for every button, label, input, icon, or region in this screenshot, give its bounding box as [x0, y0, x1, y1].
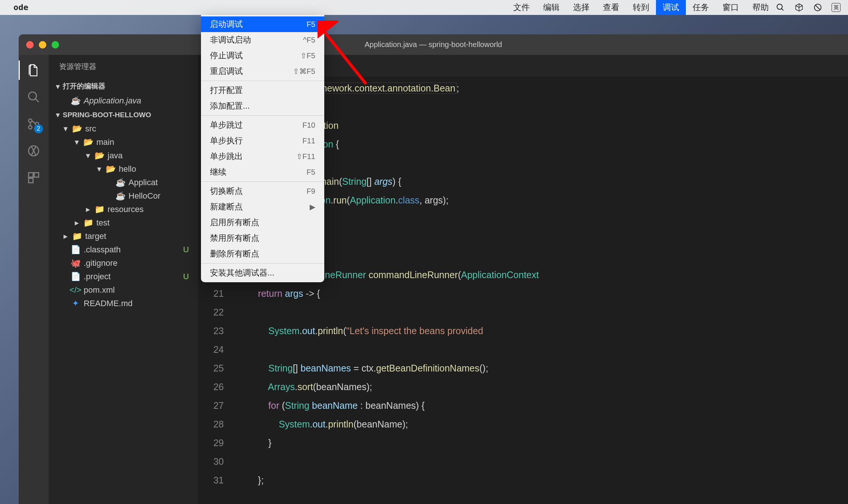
- menu-item-启动调试[interactable]: 启动调试F5: [201, 16, 324, 32]
- menu-item-停止调试[interactable]: 停止调试⇧F5: [201, 48, 324, 63]
- info-icon: ✦: [71, 299, 80, 308]
- vscode-window: Application.java — spring-boot-helloworl…: [19, 34, 848, 504]
- titlebar: Application.java — spring-boot-helloworl…: [19, 34, 848, 55]
- svg-point-7: [29, 119, 32, 122]
- search-icon[interactable]: [26, 89, 41, 105]
- spotlight-icon[interactable]: [776, 3, 785, 12]
- svg-point-0: [777, 4, 782, 9]
- menu-帮助[interactable]: 帮助: [746, 0, 776, 15]
- debug-menu-dropdown: 启动调试F5非调试启动^F5停止调试⇧F5重启调试⇧⌘F5打开配置添加配置...…: [201, 15, 324, 282]
- folder-icon: 📁: [72, 232, 81, 241]
- tree-application[interactable]: ☕Applicat: [49, 176, 198, 189]
- menu-item-禁用所有断点[interactable]: 禁用所有断点: [201, 230, 324, 246]
- input-icon[interactable]: 英: [832, 3, 841, 12]
- svg-rect-13: [29, 178, 33, 183]
- open-editors-section[interactable]: ▾打开的编辑器: [49, 78, 198, 94]
- menu-item-启用所有断点[interactable]: 启用所有断点: [201, 215, 324, 230]
- menu-item-重启调试[interactable]: 重启调试⇧⌘F5: [201, 63, 324, 79]
- open-editor-item[interactable]: ☕ Application.java: [49, 94, 198, 108]
- traffic-lights: [26, 41, 59, 49]
- svg-rect-11: [29, 173, 33, 177]
- extensions-icon[interactable]: [26, 170, 41, 186]
- java-icon: ☕: [71, 96, 80, 105]
- menu-app[interactable]: ode: [7, 0, 507, 15]
- cube-icon[interactable]: [794, 3, 804, 12]
- explorer-sidebar: 资源管理器 ▾打开的编辑器 ☕ Application.java ▾SPRING…: [49, 55, 198, 504]
- menu-编辑[interactable]: 编辑: [536, 0, 566, 15]
- menu-窗口[interactable]: 窗口: [716, 0, 746, 15]
- git-icon: 🐙: [71, 259, 80, 268]
- workspace-section[interactable]: ▾SPRING-BOOT-HELLOWO: [49, 108, 198, 122]
- java-icon: ☕: [116, 192, 125, 200]
- menu-item-单步执行[interactable]: 单步执行F11: [201, 133, 324, 149]
- file-icon: 📄: [71, 245, 80, 254]
- svg-line-6: [35, 99, 39, 102]
- tree-classpath[interactable]: 📄.classpathU: [49, 243, 198, 256]
- menu-item-单步跳过[interactable]: 单步跳过F10: [201, 117, 324, 133]
- menubar-right: 英: [776, 3, 848, 12]
- tree-hello[interactable]: ▾📂hello: [49, 162, 198, 176]
- circle-icon[interactable]: [813, 3, 823, 12]
- menu-item-新建断点[interactable]: 新建断点▶: [201, 199, 324, 215]
- menu-item-删除所有断点[interactable]: 删除所有断点: [201, 246, 324, 262]
- svg-point-8: [29, 126, 32, 129]
- code-body[interactable]: import org.springframework.context.annot…: [233, 77, 848, 504]
- folder-icon: 📁: [95, 205, 104, 214]
- svg-line-3: [815, 5, 820, 10]
- menu-选择[interactable]: 选择: [566, 0, 596, 15]
- folder-icon: 📁: [84, 218, 93, 227]
- tree-readme[interactable]: ✦README.md: [49, 297, 198, 310]
- menu-item-添加配置...[interactable]: 添加配置...: [201, 98, 324, 114]
- window-title: Application.java — spring-boot-helloworl…: [365, 40, 502, 49]
- explorer-icon[interactable]: [26, 62, 41, 78]
- folder-icon: 📂: [95, 151, 104, 160]
- minimize-dot[interactable]: [39, 41, 46, 49]
- menu-item-继续[interactable]: 继续F5: [201, 164, 324, 180]
- tree-target[interactable]: ▸📁target: [49, 230, 198, 243]
- menu-item-打开配置[interactable]: 打开配置: [201, 83, 324, 98]
- xml-icon: </>: [71, 286, 80, 295]
- svg-rect-12: [34, 173, 39, 177]
- tree-gitignore[interactable]: 🐙.gitignore: [49, 256, 198, 270]
- tree-java[interactable]: ▾📂java: [49, 149, 198, 162]
- menu-调试[interactable]: 调试: [656, 0, 686, 15]
- tree-pom[interactable]: </>pom.xml: [49, 283, 198, 297]
- menu-转到[interactable]: 转到: [626, 0, 656, 15]
- menu-item-单步跳出[interactable]: 单步跳出⇧F11: [201, 149, 324, 164]
- tree-project[interactable]: 📄.projectU: [49, 270, 198, 283]
- tree-hellocontroller[interactable]: ☕HelloCor: [49, 189, 198, 203]
- menu-item-非调试启动[interactable]: 非调试启动^F5: [201, 32, 324, 48]
- scm-badge: 2: [34, 124, 43, 133]
- menu-查看[interactable]: 查看: [596, 0, 626, 15]
- mac-menubar: ode 文件编辑选择查看转到调试任务窗口帮助 英: [0, 0, 848, 15]
- java-icon: ☕: [116, 178, 125, 187]
- folder-icon: 📂: [84, 138, 93, 147]
- tree-test[interactable]: ▸📁test: [49, 216, 198, 230]
- folder-icon: 📂: [106, 165, 115, 174]
- tree-src[interactable]: ▾📂src: [49, 122, 198, 136]
- close-dot[interactable]: [26, 41, 34, 49]
- folder-icon: 📂: [72, 124, 81, 133]
- svg-point-5: [29, 92, 37, 100]
- svg-line-1: [782, 9, 783, 10]
- menu-任务[interactable]: 任务: [686, 0, 716, 15]
- activity-bar: 2: [19, 55, 49, 504]
- tree-main[interactable]: ▾📂main: [49, 136, 198, 149]
- menu-item-安装其他调试器...[interactable]: 安装其他调试器...: [201, 265, 324, 281]
- menu-文件[interactable]: 文件: [507, 0, 536, 15]
- explorer-title: 资源管理器: [49, 55, 198, 78]
- tree-resources[interactable]: ▸📁resources: [49, 203, 198, 216]
- file-icon: 📄: [71, 272, 80, 281]
- menu-item-切换断点[interactable]: 切换断点F9: [201, 183, 324, 199]
- scm-icon[interactable]: 2: [26, 116, 41, 132]
- maximize-dot[interactable]: [52, 41, 59, 49]
- debug-icon[interactable]: [26, 143, 41, 159]
